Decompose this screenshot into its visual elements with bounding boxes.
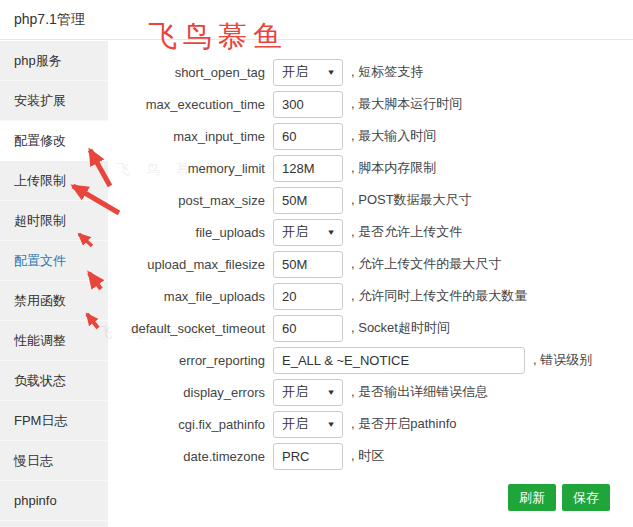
display-errors-caption: , 是否输出详细错误信息 xyxy=(351,383,488,401)
date-timezone-caption: , 时区 xyxy=(351,447,384,465)
sidebar-item-label: 负载状态 xyxy=(14,373,66,388)
default-socket-timeout-caption: , Socket超时时间 xyxy=(351,319,450,337)
sidebar-item-label: 安装扩展 xyxy=(14,93,66,108)
php-manager-window: php7.1管理 飞鸟慕鱼 飞鸟慕鱼 飞鸟慕鱼 php服务安装扩展配置修改上传限… xyxy=(0,0,633,527)
sidebar-item-label: 配置文件 xyxy=(14,253,66,268)
chevron-down-icon: ▼ xyxy=(326,388,335,397)
form-row-file-uploads: file_uploads开启▼, 是否允许上传文件 xyxy=(108,216,633,248)
short-open-tag-selected-value: 开启 xyxy=(282,63,308,81)
form-row-upload-max-filesize: upload_max_filesize, 允许上传文件的最大尺寸 xyxy=(108,248,633,280)
file-uploads-select[interactable]: 开启▼ xyxy=(273,219,343,246)
memory-limit-input[interactable] xyxy=(273,155,343,182)
refresh-button[interactable]: 刷新 xyxy=(508,484,556,511)
config-form-rows: short_open_tag开启▼, 短标签支持max_execution_ti… xyxy=(108,41,633,472)
form-row-error-reporting: error_reporting, 错误级别 xyxy=(108,344,633,376)
form-row-default-socket-timeout: default_socket_timeout, Socket超时时间 xyxy=(108,312,633,344)
form-row-date-timezone: date.timezone, 时区 xyxy=(108,440,633,472)
sidebar-item-label: 上传限制 xyxy=(14,173,66,188)
error-reporting-caption: , 错误级别 xyxy=(533,351,592,369)
short-open-tag-select[interactable]: 开启▼ xyxy=(273,59,343,86)
sidebar-item-label: php服务 xyxy=(14,53,62,68)
max-file-uploads-caption: , 允许同时上传文件的最大数量 xyxy=(351,287,527,305)
cgi-fix-pathinfo-selected-value: 开启 xyxy=(282,415,308,433)
max-execution-time-input[interactable] xyxy=(273,91,343,118)
cgi-fix-pathinfo-select[interactable]: 开启▼ xyxy=(273,411,343,438)
error-reporting-input[interactable] xyxy=(273,347,525,374)
sidebar-item-label: FPM日志 xyxy=(14,413,67,428)
form-row-max-execution-time: max_execution_time, 最大脚本运行时间 xyxy=(108,88,633,120)
file-uploads-caption: , 是否允许上传文件 xyxy=(351,223,462,241)
max-input-time-label: max_input_time xyxy=(108,129,273,144)
date-timezone-label: date.timezone xyxy=(108,449,273,464)
sidebar-item-label: 性能调整 xyxy=(14,333,66,348)
sidebar-item-label: 慢日志 xyxy=(14,453,53,468)
form-row-display-errors: display_errors开启▼, 是否输出详细错误信息 xyxy=(108,376,633,408)
sidebar-item-slow-log[interactable]: 慢日志 xyxy=(0,441,108,481)
page-title: php7.1管理 xyxy=(14,11,85,29)
sidebar-item-timeout-limit[interactable]: 超时限制 xyxy=(0,201,108,241)
sidebar-item-label: 禁用函数 xyxy=(14,293,66,308)
form-row-memory-limit: memory_limit, 脚本内存限制 xyxy=(108,152,633,184)
sidebar-item-install-extensions[interactable]: 安装扩展 xyxy=(0,81,108,121)
config-form-panel: short_open_tag开启▼, 短标签支持max_execution_ti… xyxy=(108,41,633,527)
file-uploads-label: file_uploads xyxy=(108,225,273,240)
default-socket-timeout-input[interactable] xyxy=(273,315,343,342)
error-reporting-label: error_reporting xyxy=(108,353,273,368)
form-row-max-file-uploads: max_file_uploads, 允许同时上传文件的最大数量 xyxy=(108,280,633,312)
max-file-uploads-input[interactable] xyxy=(273,283,343,310)
short-open-tag-label: short_open_tag xyxy=(108,65,273,80)
max-input-time-caption: , 最大输入时间 xyxy=(351,127,436,145)
max-input-time-input[interactable] xyxy=(273,123,343,150)
memory-limit-caption: , 脚本内存限制 xyxy=(351,159,436,177)
chevron-down-icon: ▼ xyxy=(326,228,335,237)
sidebar-item-label: 超时限制 xyxy=(14,213,66,228)
display-errors-label: display_errors xyxy=(108,385,273,400)
file-uploads-selected-value: 开启 xyxy=(282,223,308,241)
sidebar-item-load-status[interactable]: 负载状态 xyxy=(0,361,108,401)
sidebar-item-phpinfo[interactable]: phpinfo xyxy=(0,481,108,521)
form-row-short-open-tag: short_open_tag开启▼, 短标签支持 xyxy=(108,56,633,88)
default-socket-timeout-label: default_socket_timeout xyxy=(108,321,273,336)
sidebar-item-label: phpinfo xyxy=(14,493,57,508)
window-header: php7.1管理 xyxy=(0,0,633,40)
post-max-size-label: post_max_size xyxy=(108,193,273,208)
date-timezone-input[interactable] xyxy=(273,443,343,470)
form-row-max-input-time: max_input_time, 最大输入时间 xyxy=(108,120,633,152)
max-file-uploads-label: max_file_uploads xyxy=(108,289,273,304)
short-open-tag-caption: , 短标签支持 xyxy=(351,63,423,81)
form-actions: 刷新 保存 xyxy=(108,484,633,511)
display-errors-select[interactable]: 开启▼ xyxy=(273,379,343,406)
save-button[interactable]: 保存 xyxy=(562,484,610,511)
chevron-down-icon: ▼ xyxy=(326,420,335,429)
max-execution-time-caption: , 最大脚本运行时间 xyxy=(351,95,462,113)
chevron-down-icon: ▼ xyxy=(326,68,335,77)
form-row-post-max-size: post_max_size, POST数据最大尺寸 xyxy=(108,184,633,216)
post-max-size-input[interactable] xyxy=(273,187,343,214)
sidebar-item-fpm-log[interactable]: FPM日志 xyxy=(0,401,108,441)
upload-max-filesize-input[interactable] xyxy=(273,251,343,278)
memory-limit-label: memory_limit xyxy=(108,161,273,176)
sidebar-item-disabled-functions[interactable]: 禁用函数 xyxy=(0,281,108,321)
sidebar: php服务安装扩展配置修改上传限制超时限制配置文件禁用函数性能调整负载状态FPM… xyxy=(0,41,108,527)
display-errors-selected-value: 开启 xyxy=(282,383,308,401)
upload-max-filesize-caption: , 允许上传文件的最大尺寸 xyxy=(351,255,501,273)
cgi-fix-pathinfo-label: cgi.fix_pathinfo xyxy=(108,417,273,432)
sidebar-item-config-file[interactable]: 配置文件 xyxy=(0,241,108,281)
sidebar-item-php-service[interactable]: php服务 xyxy=(0,41,108,81)
form-row-cgi-fix-pathinfo: cgi.fix_pathinfo开启▼, 是否开启pathinfo xyxy=(108,408,633,440)
sidebar-item-upload-limit[interactable]: 上传限制 xyxy=(0,161,108,201)
max-execution-time-label: max_execution_time xyxy=(108,97,273,112)
sidebar-item-performance-tuning[interactable]: 性能调整 xyxy=(0,321,108,361)
sidebar-item-label: 配置修改 xyxy=(14,133,66,148)
upload-max-filesize-label: upload_max_filesize xyxy=(108,257,273,272)
post-max-size-caption: , POST数据最大尺寸 xyxy=(351,191,472,209)
sidebar-item-config-modify[interactable]: 配置修改 xyxy=(0,121,108,161)
cgi-fix-pathinfo-caption: , 是否开启pathinfo xyxy=(351,415,457,433)
red-watermark-text: 飞鸟慕鱼 xyxy=(148,17,288,57)
